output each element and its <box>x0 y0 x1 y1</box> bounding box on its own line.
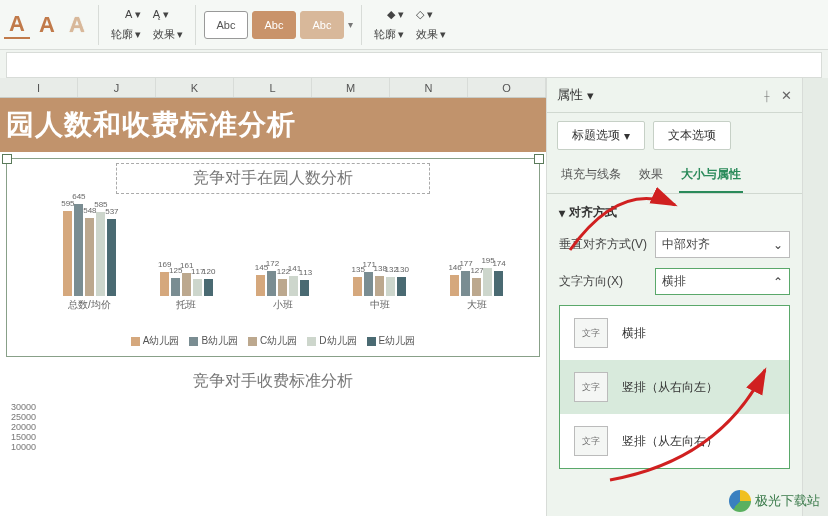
more-styles[interactable]: ▾ <box>348 19 353 30</box>
wordart-style-1[interactable]: A <box>4 11 30 39</box>
formula-bar[interactable] <box>6 52 822 78</box>
separator <box>98 5 99 45</box>
sheet-area: I J K L M N O 园人数和收费标准分析 竞争对手在园人数分析 5956… <box>0 78 547 516</box>
wordart-style-2[interactable]: A <box>34 12 60 38</box>
watermark-logo <box>729 490 751 512</box>
vertical-ltr-icon: 文字 <box>574 426 608 456</box>
shape-preset-button[interactable]: ◇ ▾ <box>412 6 437 23</box>
vertical-rtl-icon: 文字 <box>574 372 608 402</box>
chevron-up-icon: ⌃ <box>773 275 783 289</box>
text-fill-button[interactable]: A ▾ <box>121 6 145 23</box>
chevron-down-icon: ▾ <box>624 129 630 143</box>
horizontal-icon: 文字 <box>574 318 608 348</box>
shape-style-1[interactable]: Abc <box>204 11 248 39</box>
option-vertical-ltr[interactable]: 文字 竖排（从左向右） <box>560 414 789 468</box>
chart-2-plot: 3000025000200001500010000 <box>10 402 536 462</box>
shape-outline-button[interactable]: 轮廓 ▾ <box>370 25 408 44</box>
panel-header: 属性▾ ⟊ ✕ <box>547 78 802 113</box>
chevron-down-icon: ⌄ <box>773 238 783 252</box>
properties-panel: 属性▾ ⟊ ✕ 标题选项▾ 文本选项 填充与线条 效果 大小与属性 ▾对齐方式 … <box>547 78 802 516</box>
text-direction-select[interactable]: 横排⌃ <box>655 268 790 295</box>
text-highlight-button[interactable]: Ą ▾ <box>149 6 173 23</box>
wordart-styles: A A A <box>4 11 90 39</box>
vert-align-select[interactable]: 中部对齐⌄ <box>655 231 790 258</box>
outline-button[interactable]: 轮廓 ▾ <box>107 25 145 44</box>
panel-sub-tabs: 填充与线条 效果 大小与属性 <box>547 158 802 194</box>
separator <box>361 5 362 45</box>
col-header[interactable]: O <box>468 78 546 97</box>
section-title-align: 对齐方式 <box>569 204 617 221</box>
shape-fill-button[interactable]: ◆ ▾ <box>383 6 408 23</box>
option-vertical-rtl[interactable]: 文字 竖排（从右向左） <box>560 360 789 414</box>
collapse-icon[interactable]: ▾ <box>559 206 565 220</box>
col-header[interactable]: L <box>234 78 312 97</box>
shape-effects-button[interactable]: 效果 ▾ <box>412 25 450 44</box>
text-fill-group: A ▾ Ą ▾ 轮廓 ▾ 效果 ▾ <box>107 6 187 44</box>
separator <box>195 5 196 45</box>
col-header[interactable]: J <box>78 78 156 97</box>
chart-2-title: 竞争对手收费标准分析 <box>115 367 431 396</box>
align-section: ▾对齐方式 垂直对齐方式(V) 中部对齐⌄ 文字方向(X) 横排⌃ <box>547 194 802 305</box>
chart-1-plot: 595645548585537总数/均价169125161117120托班145… <box>11 200 535 330</box>
chart-1[interactable]: 竞争对手在园人数分析 595645548585537总数/均价169125161… <box>6 158 540 357</box>
col-header[interactable]: K <box>156 78 234 97</box>
col-header[interactable]: M <box>312 78 390 97</box>
chart-1-legend: A幼儿园B幼儿园C幼儿园D幼儿园E幼儿园 <box>11 330 535 352</box>
col-header[interactable]: I <box>0 78 78 97</box>
main-area: I J K L M N O 园人数和收费标准分析 竞争对手在园人数分析 5956… <box>0 78 828 516</box>
panel-top-tabs: 标题选项▾ 文本选项 <box>547 113 802 158</box>
banner-title: 园人数和收费标准分析 <box>0 98 546 152</box>
chart-1-title[interactable]: 竞争对手在园人数分析 <box>116 163 430 194</box>
close-icon[interactable]: ✕ <box>781 88 792 103</box>
text-direction-dropdown: 文字 横排 文字 竖排（从右向左） 文字 竖排（从左向右） <box>559 305 790 469</box>
shape-style-2[interactable]: Abc <box>252 11 296 39</box>
col-header[interactable]: N <box>390 78 468 97</box>
vert-align-label: 垂直对齐方式(V) <box>559 236 649 253</box>
column-headers: I J K L M N O <box>0 78 546 98</box>
tab-fill-line[interactable]: 填充与线条 <box>559 158 623 193</box>
pin-icon[interactable]: ⟊ <box>763 88 771 103</box>
effects-button[interactable]: 效果 ▾ <box>149 25 187 44</box>
wordart-style-3[interactable]: A <box>64 12 90 38</box>
tab-effects[interactable]: 效果 <box>637 158 665 193</box>
watermark: 极光下载站 <box>729 490 820 512</box>
sidebar-extra <box>802 78 828 516</box>
tab-title-options[interactable]: 标题选项▾ <box>557 121 645 150</box>
chart-2-yaxis: 3000025000200001500010000 <box>10 402 38 444</box>
shape-effects-group: ◆ ▾ ◇ ▾ 轮廓 ▾ 效果 ▾ <box>370 6 450 44</box>
option-horizontal[interactable]: 文字 横排 <box>560 306 789 360</box>
shape-style-3[interactable]: Abc <box>300 11 344 39</box>
panel-title: 属性 <box>557 86 583 104</box>
tab-text-options[interactable]: 文本选项 <box>653 121 731 150</box>
chevron-down-icon[interactable]: ▾ <box>587 88 594 103</box>
tab-size-properties[interactable]: 大小与属性 <box>679 158 743 193</box>
text-dir-label: 文字方向(X) <box>559 273 649 290</box>
shape-styles: Abc Abc Abc ▾ <box>204 11 353 39</box>
chart-2[interactable]: 竞争对手收费标准分析 3000025000200001500010000 <box>6 363 540 466</box>
ribbon: A A A A ▾ Ą ▾ 轮廓 ▾ 效果 ▾ Abc Abc Abc ▾ ◆ … <box>0 0 828 50</box>
